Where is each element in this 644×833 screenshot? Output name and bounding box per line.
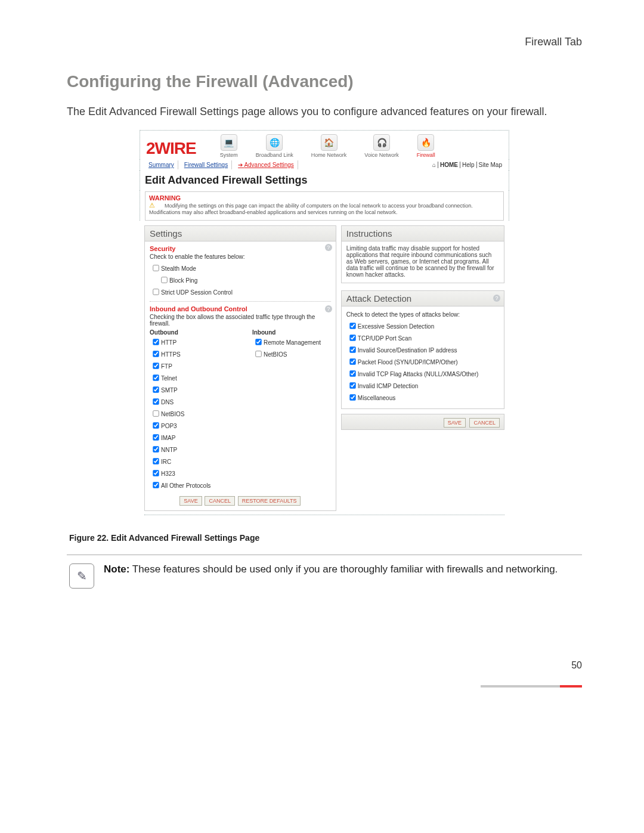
- attack-item-6-checkbox[interactable]: [349, 394, 355, 400]
- outbound-item-5[interactable]: DNS: [150, 396, 228, 407]
- nav-label: System: [220, 152, 238, 158]
- outbound-item-7[interactable]: POP3: [150, 420, 228, 431]
- help-icon[interactable]: ?: [325, 244, 332, 251]
- link-sitemap[interactable]: Site Map: [477, 162, 504, 168]
- nav-home-network[interactable]: 🏠 Home Network: [311, 134, 347, 158]
- note-text: These features should be used only if yo…: [129, 563, 558, 575]
- outbound-item-3-checkbox[interactable]: [153, 374, 159, 380]
- attack-item-3-label: Packet Flood (SYN/UDP/ICMP/Other): [358, 359, 458, 366]
- page-number: 50: [67, 660, 582, 671]
- voice-icon: 🎧: [373, 134, 390, 151]
- outbound-item-12-checkbox[interactable]: [153, 482, 159, 488]
- attack-item-6[interactable]: Miscellaneous: [346, 392, 499, 403]
- attack-item-3[interactable]: Packet Flood (SYN/UDP/ICMP/Other): [346, 356, 499, 367]
- nav-label: Voice Network: [364, 152, 399, 158]
- home-links: ⌂HOMEHelpSite Map: [431, 162, 504, 168]
- inbound-item-0-label: Remote Management: [264, 339, 321, 346]
- tab-summary[interactable]: Summary: [145, 160, 178, 169]
- outbound-item-8[interactable]: IMAP: [150, 432, 228, 443]
- attack-item-4[interactable]: Invalid TCP Flag Attacks (NULL/XMAS/Othe…: [346, 368, 499, 379]
- outbound-item-7-label: POP3: [161, 423, 177, 429]
- outbound-item-5-label: DNS: [161, 399, 174, 405]
- attack-item-0-checkbox[interactable]: [349, 323, 355, 329]
- inbound-label: Inbound: [252, 329, 331, 336]
- outbound-item-9[interactable]: NNTP: [150, 444, 228, 455]
- outbound-item-1-checkbox[interactable]: [153, 351, 159, 357]
- inbound-item-1-checkbox[interactable]: [255, 351, 261, 357]
- outbound-item-8-label: IMAP: [161, 435, 175, 441]
- outbound-item-4-checkbox[interactable]: [153, 386, 159, 392]
- outbound-item-5-checkbox[interactable]: [153, 398, 159, 404]
- attack-item-0-label: Excessive Session Detection: [358, 323, 434, 330]
- attack-subtitle: Check to detect the types of attacks bel…: [346, 311, 499, 318]
- note-block: ✎ Note: These features should be used on…: [67, 563, 582, 589]
- outbound-item-0[interactable]: HTTP: [150, 336, 228, 348]
- attack-item-1[interactable]: TCP/UDP Port Scan: [346, 332, 499, 343]
- nav-voice[interactable]: 🎧 Voice Network: [364, 134, 399, 158]
- security-item-1-label: Block Ping: [169, 277, 197, 284]
- outbound-item-2[interactable]: FTP: [150, 360, 228, 371]
- firewall-icon: 🔥: [417, 134, 434, 151]
- warning-icon: ⚠: [149, 202, 156, 209]
- outbound-item-9-checkbox[interactable]: [153, 446, 159, 452]
- outbound-item-11-checkbox[interactable]: [153, 470, 159, 476]
- help-icon[interactable]: ?: [493, 295, 500, 302]
- attack-item-5[interactable]: Invalid ICMP Detection: [346, 380, 499, 391]
- outbound-item-6[interactable]: NetBIOS: [150, 408, 228, 419]
- nav-system[interactable]: 💻 System: [220, 134, 238, 158]
- tab-advanced-settings[interactable]: ➔ Advanced Settings: [234, 160, 298, 169]
- home-icon: ⌂: [431, 162, 438, 168]
- outbound-item-10-checkbox[interactable]: [153, 458, 159, 464]
- outbound-item-7-checkbox[interactable]: [153, 422, 159, 428]
- nav-broadband[interactable]: 🌐 Broadband Link: [256, 134, 293, 158]
- outbound-item-6-checkbox[interactable]: [153, 410, 159, 416]
- outbound-item-12[interactable]: All Other Protocols: [150, 479, 228, 491]
- attack-item-4-checkbox[interactable]: [349, 370, 355, 376]
- instructions-heading: Instructions: [341, 225, 504, 241]
- outbound-item-3[interactable]: Telnet: [150, 372, 228, 383]
- security-item-0[interactable]: Stealth Mode: [150, 262, 331, 274]
- security-item-0-checkbox[interactable]: [153, 265, 159, 271]
- link-help[interactable]: Help: [460, 162, 477, 168]
- outbound-item-10[interactable]: IRC: [150, 456, 228, 467]
- inbound-item-0-checkbox[interactable]: [255, 339, 261, 345]
- cancel-button[interactable]: CANCEL: [205, 496, 235, 506]
- outbound-item-0-checkbox[interactable]: [153, 339, 159, 345]
- outbound-item-8-checkbox[interactable]: [153, 434, 159, 440]
- separator: [67, 555, 582, 555]
- security-item-2-checkbox[interactable]: [153, 289, 159, 295]
- outbound-item-1[interactable]: HTTPS: [150, 348, 228, 360]
- save-button[interactable]: SAVE: [444, 418, 466, 428]
- outbound-item-4[interactable]: SMTP: [150, 384, 228, 395]
- cancel-button[interactable]: CANCEL: [469, 418, 500, 428]
- link-home[interactable]: HOME: [438, 162, 460, 168]
- attack-item-1-checkbox[interactable]: [349, 335, 355, 340]
- attack-item-5-checkbox[interactable]: [349, 382, 355, 388]
- attack-item-2[interactable]: Invalid Source/Destination IP address: [346, 344, 499, 355]
- security-item-2[interactable]: Strict UDP Session Control: [150, 286, 331, 298]
- attack-item-3-checkbox[interactable]: [349, 358, 355, 364]
- screenshot-container: 2WIRE 💻 System 🌐 Broadband Link 🏠 Home N…: [140, 130, 509, 515]
- pencil-icon: ✎: [69, 563, 94, 589]
- attack-item-2-checkbox[interactable]: [349, 346, 355, 352]
- inbound-item-1[interactable]: NetBIOS: [252, 348, 331, 360]
- save-button[interactable]: SAVE: [179, 496, 202, 506]
- inout-title: Inbound and Outbound Control: [150, 305, 331, 312]
- outbound-item-11[interactable]: H323: [150, 467, 228, 479]
- help-icon[interactable]: ?: [325, 305, 332, 312]
- security-item-1[interactable]: Block Ping: [158, 274, 331, 286]
- security-item-1-checkbox[interactable]: [161, 277, 167, 283]
- outbound-item-2-label: FTP: [161, 363, 172, 370]
- outbound-item-2-checkbox[interactable]: [153, 363, 159, 368]
- tab-firewall-settings[interactable]: Firewall Settings: [181, 160, 232, 169]
- nav-firewall[interactable]: 🔥 Firewall: [417, 134, 435, 158]
- arrow-icon: ➔: [238, 162, 244, 168]
- outbound-item-3-label: Telnet: [161, 375, 177, 382]
- attack-item-0[interactable]: Excessive Session Detection: [346, 320, 499, 332]
- warning-title: WARNING: [149, 194, 500, 202]
- outbound-item-1-label: HTTPS: [161, 351, 181, 358]
- inbound-item-1-label: NetBIOS: [264, 351, 287, 358]
- security-title: Security: [150, 245, 331, 252]
- inbound-item-0[interactable]: Remote Management: [252, 336, 331, 348]
- restore-defaults-button[interactable]: RESTORE DEFAULTS: [238, 496, 301, 506]
